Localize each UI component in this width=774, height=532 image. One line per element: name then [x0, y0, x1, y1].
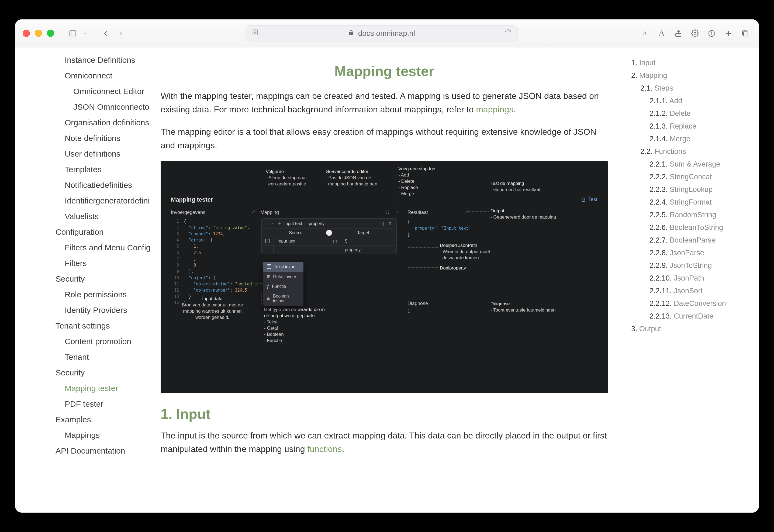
toc-item[interactable]: 3. Output — [630, 323, 751, 335]
tabs-overview-button[interactable] — [739, 27, 751, 40]
ss-panel-result: Resultaat — [407, 210, 428, 215]
text-type-icon[interactable]: 🅃 — [262, 237, 274, 246]
url-text: docs.omnimap.nl — [358, 29, 415, 38]
address-bar[interactable]: docs.omnimap.nl — [246, 25, 518, 42]
drag-icon[interactable]: ⋮⋮ — [266, 221, 275, 226]
ss-row-source[interactable]: Input text — [274, 237, 329, 246]
section-1-body: The input is the source from which we ca… — [161, 429, 608, 456]
sidebar-item[interactable]: Configuration — [23, 224, 143, 240]
plus-icon[interactable]: ＋ — [396, 209, 400, 215]
ss-type-dropdown[interactable]: 🅃Tekst invoer ⊞Getal invoer ƒFunctie ⊕Bo… — [263, 262, 303, 306]
share-button[interactable] — [672, 27, 685, 40]
sidebar-item[interactable]: Mapping tester — [23, 381, 143, 396]
toc-item[interactable]: 2.1.4. Merge — [630, 133, 751, 145]
intro-paragraph: With the mapping tester, mappings can be… — [161, 89, 608, 116]
reload-button[interactable] — [505, 29, 512, 38]
plus-icon: ＋ — [277, 221, 282, 226]
sidebar-item[interactable]: Organisation definitions — [23, 115, 143, 130]
toc-item[interactable]: 2.2.1. Sum & Average — [630, 158, 751, 171]
delete-icon[interactable]: 🗑 — [388, 221, 392, 226]
sidebar-item[interactable]: Omniconnect — [23, 68, 143, 84]
info-button[interactable] — [706, 27, 718, 40]
svg-point-7 — [694, 32, 696, 34]
number-type-icon: ⊞ — [267, 274, 270, 279]
window-controls — [23, 30, 54, 37]
settings-button[interactable] — [689, 27, 701, 40]
sidebar-item[interactable]: Notificatiedefinities — [23, 177, 143, 193]
toc-item[interactable]: 2.2.3. StringLookup — [630, 183, 751, 196]
sidebar-item[interactable]: Identifiergeneratordefinitions — [23, 193, 143, 209]
toc-item[interactable]: 2.2.12. DateConversion — [630, 297, 751, 310]
toc-item[interactable]: 2.1. Steps — [630, 82, 751, 95]
text-type-icon: 🅃 — [267, 264, 271, 269]
ss-test-button[interactable]: Test — [581, 197, 597, 202]
sidebar-item[interactable]: Security — [23, 365, 143, 381]
sidebar-item[interactable]: Omniconnect Editor — [23, 84, 143, 99]
sidebar-item[interactable]: Examples — [23, 412, 143, 427]
back-button[interactable] — [99, 27, 112, 40]
forward-button[interactable] — [115, 27, 127, 40]
table-of-contents[interactable]: 1. Input2. Mapping2.1. Steps2.1.1. Add2.… — [624, 47, 759, 513]
sidebar-item[interactable]: PDF tester — [23, 396, 143, 412]
sidebar-dropdown-button[interactable] — [80, 27, 90, 40]
reader-large-button[interactable]: A — [655, 27, 668, 40]
toc-item[interactable]: 2.1.1. Add — [630, 95, 751, 107]
sidebar-item[interactable]: Mappings — [23, 427, 143, 443]
toc-item[interactable]: 2.2.2. StringConcat — [630, 171, 751, 183]
sidebar-item[interactable]: API Documentation — [23, 443, 143, 459]
sidebar-item[interactable]: Valuelists — [23, 209, 143, 224]
sidebar-item[interactable]: Security — [23, 271, 143, 287]
toc-item[interactable]: 2.2.7. BooleanParse — [630, 234, 751, 247]
sidebar-item[interactable]: Identity Providers — [23, 302, 143, 318]
toc-item[interactable]: 2.2.4. StringFormat — [630, 196, 751, 209]
toc-item[interactable]: 2.1.3. Replace — [630, 120, 751, 133]
callout-doelprop-title: Doelproperty — [440, 265, 466, 271]
minimize-window-button[interactable] — [35, 30, 42, 37]
doc-sidebar[interactable]: Instance DefinitionsOmniconnectOmniconne… — [15, 47, 150, 513]
reader-small-button[interactable]: A — [639, 27, 651, 40]
page-settings-icon[interactable] — [252, 29, 259, 38]
toc-item[interactable]: 2.2.13. CurrentDate — [630, 310, 751, 323]
sidebar-item[interactable]: Role permissions — [23, 287, 143, 302]
section-1-heading: 1. Input — [161, 406, 608, 422]
sidebar-item[interactable]: Filters and Menu Configuration — [23, 240, 143, 255]
toc-item[interactable]: 2.2. Functions — [630, 145, 751, 158]
sidebar-item[interactable]: JSON Omniconnector — [23, 99, 143, 115]
expand-icon[interactable]: ⤢ — [465, 209, 469, 214]
toc-item[interactable]: 2.2.8. JsonParse — [630, 247, 751, 259]
sidebar-item[interactable]: Instance Definitions — [23, 52, 143, 68]
callout-volgorde-title: Volgorde — [266, 169, 307, 175]
toggle-knob[interactable] — [326, 230, 332, 236]
ss-row2-target[interactable]: property — [341, 246, 397, 254]
sidebar-item[interactable]: Tenant settings — [23, 318, 143, 334]
expand-icon[interactable]: ⤢ — [252, 209, 255, 214]
sidebar-item[interactable]: Tenant — [23, 349, 143, 365]
toc-item[interactable]: 2.2.11. JsonSort — [630, 285, 751, 297]
toc-item[interactable]: 2.2.9. JsonToString — [630, 259, 751, 272]
page-title: Mapping tester — [161, 63, 608, 79]
sidebar-item[interactable]: Templates — [23, 162, 143, 177]
toc-item[interactable]: 2.2.10. JsonPath — [630, 272, 751, 285]
braces-icon[interactable]: {} — [381, 221, 384, 226]
close-window-button[interactable] — [23, 30, 30, 37]
new-tab-button[interactable] — [722, 27, 735, 40]
sidebar-item[interactable]: User definitions — [23, 146, 143, 162]
functions-link[interactable]: functions — [307, 444, 342, 454]
ss-row-target[interactable]: $ — [341, 237, 396, 246]
mappings-link[interactable]: mappings — [476, 105, 513, 114]
sidebar-item[interactable]: Filters — [23, 255, 143, 271]
toc-item[interactable]: 2. Mapping — [630, 69, 751, 82]
callout-add-body: - Add - Delete - Replace - Merge — [398, 172, 435, 197]
toc-item[interactable]: 2.1.2. Delete — [630, 107, 751, 120]
fullscreen-window-button[interactable] — [47, 30, 54, 37]
braces-icon[interactable]: { } — [385, 209, 389, 214]
ss-input-json: 1{ 2 "string": "string value", 3 "number… — [171, 218, 267, 306]
sidebar-toggle-button[interactable] — [67, 27, 79, 40]
toc-item[interactable]: 2.2.6. BooleanToString — [630, 221, 751, 234]
toc-item[interactable]: 1. Input — [630, 57, 751, 69]
sidebar-item[interactable]: Note definitions — [23, 130, 143, 146]
toc-item[interactable]: 2.2.5. RandomString — [630, 209, 751, 221]
ss-mapping-card[interactable]: ⋮⋮ ＋ Input text → property {} 🗑 Source T… — [261, 218, 397, 254]
sidebar-item[interactable]: Content promotion — [23, 334, 143, 349]
callout-diag-body: - Toont eventuele foutmeldingen — [490, 307, 556, 313]
